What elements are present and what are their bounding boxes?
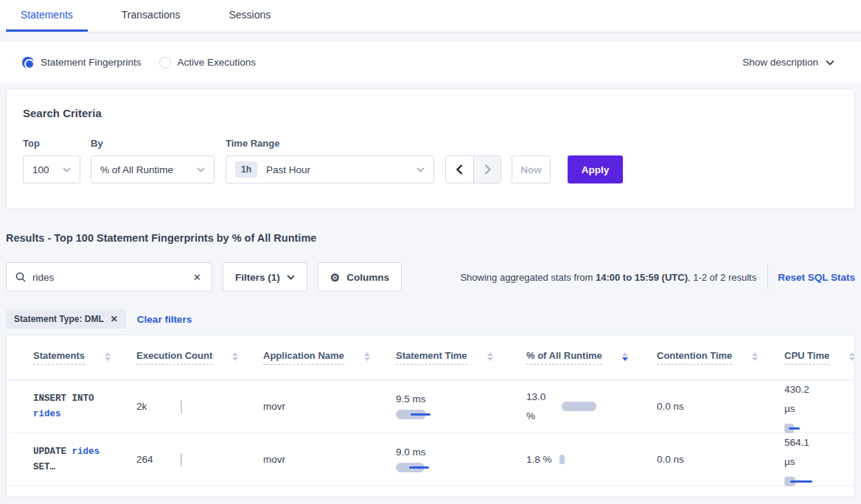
- radio-statement-fingerprints[interactable]: Statement Fingerprints: [22, 57, 142, 69]
- column-label: CPU Time: [784, 350, 829, 365]
- sort-icon[interactable]: [487, 352, 493, 361]
- view-toggle-bar: Statement Fingerprints Active Executions…: [0, 42, 861, 83]
- gear-icon: ⚙: [330, 272, 340, 283]
- column-label: % of All Runtime: [526, 350, 602, 365]
- tab-sessions[interactable]: Sessions: [214, 0, 285, 32]
- chevron-down-icon: [416, 167, 425, 172]
- column-header-statement-time[interactable]: Statement Time: [396, 335, 493, 379]
- cpu-time-cell: 564.1 µs: [784, 433, 818, 486]
- time-range-value: Past Hour: [266, 164, 310, 175]
- cpu-time-bar: [784, 424, 814, 433]
- search-criteria-title: Search Criteria: [23, 107, 838, 119]
- execution-count-value: 2k: [136, 401, 147, 412]
- filters-button[interactable]: Filters (1): [223, 262, 307, 292]
- by-field: By % of All Runtime: [91, 138, 215, 183]
- stats-prefix: Showing aggregated stats from: [460, 272, 596, 283]
- column-label: Contention Time: [657, 350, 732, 365]
- sort-icon[interactable]: [232, 352, 238, 361]
- now-button[interactable]: Now: [512, 155, 551, 183]
- search-box[interactable]: ✕: [6, 262, 212, 292]
- apply-button[interactable]: Apply: [568, 155, 623, 183]
- clear-search-icon[interactable]: ✕: [192, 272, 203, 283]
- column-header-statements[interactable]: Statements: [33, 335, 111, 379]
- by-select[interactable]: % of All Runtime: [91, 155, 215, 183]
- column-label: Execution Count: [136, 350, 212, 365]
- radio-label: Active Executions: [178, 57, 257, 68]
- filter-pill-statement-type[interactable]: Statement Type: DML ✕: [6, 309, 126, 329]
- statement-time-cell: 9.0 ms: [396, 433, 426, 486]
- stats-suffix: , 1-2 of 2 results: [688, 272, 756, 283]
- show-description-label: Show description: [742, 57, 818, 68]
- statement-time-value: 9.0 ms: [396, 447, 426, 458]
- execution-count-cell: 264: [136, 433, 153, 486]
- tab-statements[interactable]: Statements: [6, 0, 88, 32]
- chevron-down-icon: [197, 167, 205, 172]
- statement-fingerprint-link[interactable]: rides: [33, 409, 61, 419]
- radio-active-executions[interactable]: Active Executions: [159, 57, 257, 69]
- contention-time-value: 0.0 ns: [657, 454, 684, 465]
- table-header-row: Statements Execution Count Application N…: [7, 335, 854, 380]
- radio-unselected-icon: [159, 57, 171, 69]
- statements-table: Statements Execution Count Application N…: [6, 335, 855, 497]
- column-label: Application Name: [263, 350, 344, 365]
- stats-range: 14:00 to 15:59 (UTC): [596, 272, 688, 283]
- remove-filter-icon[interactable]: ✕: [111, 314, 118, 324]
- active-filters-row: Statement Type: DML ✕ Clear filters: [6, 309, 855, 329]
- count-bar: [181, 453, 182, 466]
- column-header-cpu-time[interactable]: CPU Time: [784, 335, 855, 379]
- statements-cell: INSERT INTO rides: [33, 380, 94, 433]
- time-range-badge: 1h: [235, 161, 257, 178]
- cpu-time-bar: [784, 477, 814, 486]
- reset-sql-stats-link[interactable]: Reset SQL Stats: [778, 272, 855, 283]
- column-label: Statements: [33, 350, 85, 365]
- pct-runtime-bar: [560, 455, 565, 464]
- radio-selected-icon: [22, 57, 34, 69]
- sort-icon[interactable]: [849, 352, 855, 361]
- column-header-contention-time[interactable]: Contention Time: [657, 335, 758, 379]
- chevron-right-icon: [484, 164, 491, 175]
- time-range-label: Time Range: [226, 138, 434, 149]
- pct-runtime-value: 13.0 %: [526, 388, 553, 426]
- show-description-toggle[interactable]: Show description: [742, 57, 839, 68]
- search-input[interactable]: [32, 272, 192, 283]
- time-range-field: Time Range 1h Past Hour: [226, 138, 434, 183]
- pct-runtime-cell: 1.8 %: [526, 433, 565, 486]
- contention-time-value: 0.0 ns: [657, 401, 684, 412]
- time-range-select[interactable]: 1h Past Hour: [226, 155, 434, 183]
- sort-icon[interactable]: [364, 352, 370, 361]
- vertical-divider: [767, 265, 768, 290]
- column-header-application-name[interactable]: Application Name: [263, 335, 370, 379]
- sort-icon[interactable]: [105, 352, 111, 361]
- chevron-down-icon: [826, 60, 834, 66]
- filters-label: Filters (1): [235, 272, 280, 283]
- column-header-execution-count[interactable]: Execution Count: [136, 335, 238, 379]
- statement-time-value: 9.5 ms: [396, 393, 426, 405]
- search-criteria-card: Search Criteria Top 100 By % of All Runt…: [6, 88, 855, 209]
- columns-label: Columns: [346, 272, 389, 283]
- top-select-value: 100: [32, 164, 49, 175]
- clear-filters-link[interactable]: Clear filters: [137, 314, 192, 325]
- filter-pill-label: Statement Type: DML: [14, 314, 104, 324]
- time-prev-button[interactable]: [446, 156, 473, 183]
- sql-tail: SET…: [33, 462, 55, 472]
- statement-fingerprint-link[interactable]: rides: [72, 447, 100, 457]
- radio-label: Statement Fingerprints: [41, 57, 142, 68]
- application-name-value: movr: [263, 454, 285, 465]
- cpu-time-value: 564.1 µs: [784, 433, 818, 472]
- top-field: Top 100: [23, 138, 80, 183]
- columns-button[interactable]: ⚙ Columns: [318, 262, 402, 292]
- time-next-button[interactable]: [473, 156, 501, 183]
- column-header-pct-all-runtime[interactable]: % of All Runtime: [526, 335, 628, 379]
- table-row: INSERT INTO rides 2k movr 9.5 ms 13.0 % …: [7, 380, 854, 433]
- application-name-cell: movr: [263, 433, 285, 486]
- search-criteria-form: Top 100 By % of All Runtime Time Range 1…: [23, 138, 838, 183]
- table-row: UPDATE rides SET… 264 movr 9.0 ms 1.8 % …: [7, 433, 854, 486]
- top-label: Top: [23, 138, 80, 149]
- sort-icon-active-desc[interactable]: [622, 352, 628, 361]
- pct-runtime-bar: [562, 402, 596, 411]
- chevron-down-icon: [287, 275, 295, 280]
- statements-cell: UPDATE rides SET…: [33, 433, 100, 486]
- top-select[interactable]: 100: [23, 155, 80, 183]
- sort-icon[interactable]: [752, 352, 758, 361]
- tab-transactions[interactable]: Transactions: [107, 0, 195, 32]
